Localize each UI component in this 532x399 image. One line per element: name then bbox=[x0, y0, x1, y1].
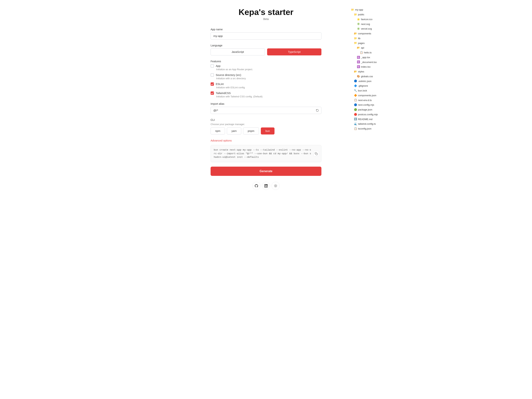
tree-vercel-svg-name: vercel.svg bbox=[361, 27, 372, 31]
tree-next-svg-name: next.svg bbox=[361, 22, 370, 26]
feature-tailwind-checkbox[interactable] bbox=[211, 91, 214, 95]
tree-hello-ts-name: hello.ts bbox=[364, 51, 372, 55]
import-alias-input[interactable] bbox=[211, 107, 321, 114]
tree-components-json: 🔶 components.json bbox=[351, 93, 392, 98]
tree-pages: 📁 pages bbox=[351, 41, 392, 45]
tree-api: 📂 api bbox=[351, 45, 392, 50]
generate-button[interactable]: Generate bbox=[211, 167, 321, 176]
import-alias-wrapper bbox=[211, 107, 321, 114]
tree-index-tsx-name: index.tsx bbox=[361, 65, 371, 69]
feature-tailwind-label: TailwindCSS bbox=[216, 92, 231, 95]
import-alias-label: Import alias bbox=[211, 102, 321, 105]
yarn-btn[interactable]: yarn bbox=[227, 127, 241, 134]
language-label: Language bbox=[211, 44, 321, 47]
tree-public: 📁 public bbox=[351, 12, 392, 17]
tree-next-env: 📋 next-env.d.ts bbox=[351, 98, 392, 102]
feature-src-desc: Initialize with a src directory. bbox=[216, 77, 321, 80]
tree-eslintrc: 🔵 .eslintrc.json bbox=[351, 79, 392, 83]
reset-alias-button[interactable] bbox=[315, 108, 320, 113]
svg-rect-0 bbox=[316, 153, 317, 155]
typescript-btn[interactable]: TypeScript bbox=[267, 48, 321, 55]
feature-eslint-label: ESLint bbox=[216, 82, 223, 86]
beta-badge: Beta bbox=[239, 18, 293, 20]
copy-icon bbox=[315, 152, 318, 155]
tree-pages-name: pages bbox=[358, 41, 365, 45]
tree-api-name: api bbox=[361, 46, 364, 50]
tree-globals-css-name: globals.css bbox=[361, 75, 373, 78]
feature-eslint-checkbox[interactable] bbox=[211, 82, 214, 86]
app-name-input[interactable] bbox=[211, 32, 321, 39]
feature-src-checkbox[interactable] bbox=[211, 73, 214, 77]
cli-label: CLI bbox=[211, 118, 321, 121]
tree-globals-css: 🎨 globals.css bbox=[351, 74, 392, 79]
feature-app-label: App bbox=[216, 64, 221, 67]
tree-document-tsx-name: _document.tsx bbox=[361, 60, 377, 64]
tree-tsconfig: 📋 tsconfig.json bbox=[351, 126, 392, 131]
github-icon bbox=[255, 184, 258, 188]
linkedin-icon bbox=[264, 184, 268, 188]
tree-root: 📁 my-app bbox=[351, 7, 392, 12]
advanced-options-link[interactable]: Advanced options bbox=[211, 139, 232, 142]
tree-components-json-name: components.json bbox=[358, 94, 376, 97]
github-button[interactable] bbox=[252, 182, 260, 190]
npm-btn[interactable]: npm bbox=[211, 127, 225, 134]
tree-app-tsx: ⚛️ _app.tsx bbox=[351, 55, 392, 60]
svg-point-1 bbox=[275, 185, 276, 187]
tree-bun-lock: 🔧 bun.lock bbox=[351, 88, 392, 93]
tree-styles: 📂 styles bbox=[351, 69, 392, 74]
command-text: bun create next-app my-app --ts --tailwi… bbox=[214, 148, 312, 159]
tree-gitignore-name: .gitignore bbox=[358, 84, 368, 88]
copy-command-button[interactable] bbox=[313, 151, 319, 157]
tree-tailwind-config-name: tailwind.config.ts bbox=[358, 122, 376, 126]
tree-postcss-name: postcss.config.mjs bbox=[358, 113, 378, 116]
javascript-btn[interactable]: JavaScript bbox=[211, 48, 265, 55]
features-group: Features App Initialize as an App Router… bbox=[211, 60, 321, 98]
tree-package-json: 🟢 package.json bbox=[351, 107, 392, 112]
app-name-label: App name bbox=[211, 28, 321, 31]
feature-eslint: ESLint Initialize with ESLint config bbox=[211, 82, 321, 89]
tree-favicon-name: favicon.ico bbox=[361, 17, 372, 21]
feature-app: App Initialize as an App Router project. bbox=[211, 64, 321, 71]
svg-line-9 bbox=[277, 185, 277, 185]
cli-btn-group: npm yarn pnpm bun bbox=[211, 127, 321, 134]
tree-public-name: public bbox=[358, 13, 364, 16]
main-form: App name Language JavaScript TypeScript … bbox=[211, 28, 321, 190]
svg-line-4 bbox=[274, 185, 275, 185]
feature-eslint-desc: Initialize with ESLint config bbox=[216, 86, 321, 89]
tree-next-config-name: next.config.mjs bbox=[358, 103, 374, 107]
tree-lib-name: lib bbox=[358, 36, 360, 40]
tree-bun-lock-name: bun.lock bbox=[358, 89, 367, 93]
language-btn-group: JavaScript TypeScript bbox=[211, 48, 321, 55]
feature-src: Source directory (src) Initialize with a… bbox=[211, 73, 321, 80]
tree-tsconfig-name: tsconfig.json bbox=[358, 127, 372, 131]
footer-icons bbox=[211, 182, 321, 190]
tree-next-config: 🔵 next.config.mjs bbox=[351, 102, 392, 107]
tree-vercel-svg: ✳️ vercel.svg bbox=[351, 26, 392, 31]
feature-tailwind: TailwindCSS Initialize with Tailwind CSS… bbox=[211, 91, 321, 98]
feature-tailwind-row: TailwindCSS bbox=[211, 91, 321, 95]
feature-app-row: App bbox=[211, 64, 321, 68]
page-title: Kepa's starter bbox=[239, 7, 293, 17]
header: Kepa's starter Beta bbox=[239, 7, 293, 20]
feature-app-desc: Initialize as an App Router project. bbox=[216, 68, 321, 71]
tree-favicon: ⭐ favicon.ico bbox=[351, 17, 392, 22]
tree-next-env-name: next-env.d.ts bbox=[358, 98, 372, 102]
file-tree-sidebar: 📁 my-app 📁 public ⭐ favicon.ico ✳️ next.… bbox=[351, 7, 392, 131]
theme-toggle-button[interactable] bbox=[272, 182, 280, 190]
tree-package-json-name: package.json bbox=[358, 108, 372, 112]
tree-next-svg: ✳️ next.svg bbox=[351, 22, 392, 26]
tree-hello-ts: 📋 hello.ts bbox=[351, 50, 392, 55]
tree-components-name: components bbox=[358, 32, 371, 35]
tree-eslintrc-name: .eslintrc.json bbox=[358, 79, 372, 83]
tree-app-tsx-name: _app.tsx bbox=[361, 55, 370, 59]
linkedin-button[interactable] bbox=[262, 182, 270, 190]
tree-document-tsx: ⚛️ _document.tsx bbox=[351, 60, 392, 64]
tree-lib: 📁 lib bbox=[351, 36, 392, 41]
feature-app-checkbox[interactable] bbox=[211, 64, 214, 68]
bun-btn[interactable]: bun bbox=[261, 127, 274, 134]
features-list: App Initialize as an App Router project.… bbox=[211, 64, 321, 98]
pnpm-btn[interactable]: pnpm bbox=[243, 127, 259, 134]
tree-root-name: my-app bbox=[355, 8, 363, 12]
app-name-group: App name bbox=[211, 28, 321, 39]
tree-index-tsx: ⚛️ index.tsx bbox=[351, 64, 392, 69]
